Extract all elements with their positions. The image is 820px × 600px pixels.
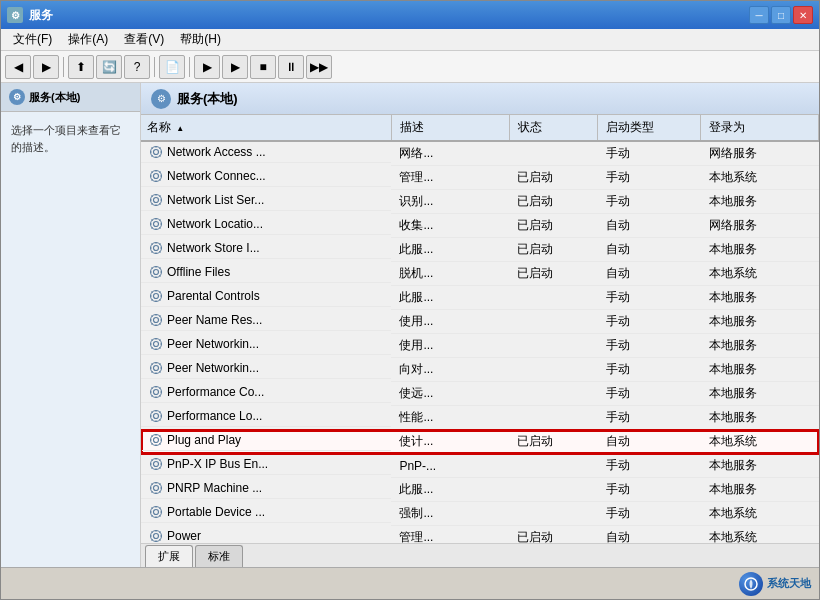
menu-file[interactable]: 文件(F) — [5, 29, 60, 50]
svg-line-16 — [152, 171, 153, 172]
svg-line-139 — [152, 467, 153, 468]
cell-name: Network Locatio... — [141, 214, 391, 235]
svg-line-126 — [152, 435, 153, 436]
separator-3 — [189, 57, 190, 77]
cell-desc: 此服... — [391, 478, 509, 502]
svg-line-17 — [159, 179, 160, 180]
col-header-desc[interactable]: 描述 — [391, 115, 509, 141]
svg-line-68 — [159, 291, 160, 292]
cell-desc: 脱机... — [391, 262, 509, 286]
service-gear-icon — [149, 457, 163, 471]
col-header-name[interactable]: 名称 ▲ — [141, 115, 391, 141]
tab-standard[interactable]: 标准 — [195, 545, 243, 567]
table-row[interactable]: Portable Device ...强制...手动本地系统 — [141, 502, 819, 526]
table-row[interactable]: Peer Networkin...使用...手动本地服务 — [141, 334, 819, 358]
menu-action[interactable]: 操作(A) — [60, 29, 116, 50]
service-name: Network Store I... — [167, 241, 260, 255]
svg-line-109 — [152, 395, 153, 396]
cell-login: 本地服务 — [701, 358, 819, 382]
stop-button[interactable]: ■ — [250, 55, 276, 79]
svg-line-37 — [159, 227, 160, 228]
cell-name: Portable Device ... — [141, 502, 391, 523]
table-row[interactable]: Offline Files脱机...已启动自动本地系统 — [141, 262, 819, 286]
cell-startup: 自动 — [598, 526, 701, 544]
service-gear-icon — [149, 337, 163, 351]
service-name: PNRP Machine ... — [167, 481, 262, 495]
cell-login: 本地服务 — [701, 190, 819, 214]
svg-point-60 — [154, 293, 159, 298]
service-gear-icon — [149, 361, 163, 375]
cell-startup: 手动 — [598, 406, 701, 430]
table-header: 名称 ▲ 描述 状态 启动类型 — [141, 115, 819, 141]
logo-text: 系统天地 — [767, 576, 811, 591]
table-row[interactable]: Peer Networkin...向对...手动本地服务 — [141, 358, 819, 382]
tab-extend[interactable]: 扩展 — [145, 545, 193, 567]
col-header-login[interactable]: 登录为 — [701, 115, 819, 141]
table-row[interactable]: Peer Name Res...使用...手动本地服务 — [141, 310, 819, 334]
svg-line-77 — [159, 323, 160, 324]
svg-line-76 — [152, 315, 153, 316]
cell-login: 本地服务 — [701, 454, 819, 478]
service-name: Network Access ... — [167, 145, 266, 159]
close-button[interactable]: ✕ — [793, 6, 813, 24]
col-header-startup[interactable]: 启动类型 — [598, 115, 701, 141]
help-button[interactable]: ? — [124, 55, 150, 79]
minimize-button[interactable]: ─ — [749, 6, 769, 24]
table-scroll[interactable]: 名称 ▲ 描述 状态 启动类型 — [141, 115, 819, 543]
svg-line-119 — [152, 419, 153, 420]
table-row[interactable]: Plug and Play使计...已启动自动本地系统 — [141, 430, 819, 454]
cell-desc: 收集... — [391, 214, 509, 238]
svg-line-157 — [159, 515, 160, 516]
refresh-button[interactable]: 🔄 — [96, 55, 122, 79]
menu-help[interactable]: 帮助(H) — [172, 29, 229, 50]
svg-line-118 — [159, 411, 160, 412]
cell-status — [509, 141, 597, 166]
table-row[interactable]: Network Connec...管理...已启动手动本地系统 — [141, 166, 819, 190]
table-row[interactable]: Network List Ser...识别...已启动手动本地服务 — [141, 190, 819, 214]
cell-name: Plug and Play — [141, 430, 391, 451]
svg-line-129 — [152, 443, 153, 444]
svg-line-39 — [152, 227, 153, 228]
fastforward-button[interactable]: ▶▶ — [306, 55, 332, 79]
cell-status: 已启动 — [509, 526, 597, 544]
toolbar: ◀ ▶ ⬆ 🔄 ? 📄 ▶ ▶ ■ ⏸ ▶▶ — [1, 51, 819, 83]
table-row[interactable]: Network Store I...此服...已启动自动本地服务 — [141, 238, 819, 262]
play2-button[interactable]: ▶ — [222, 55, 248, 79]
table-row[interactable]: Parental Controls此服...手动本地服务 — [141, 286, 819, 310]
cell-desc: 使用... — [391, 310, 509, 334]
cell-desc: 使用... — [391, 334, 509, 358]
svg-line-166 — [152, 531, 153, 532]
table-row[interactable]: Performance Lo...性能...手动本地服务 — [141, 406, 819, 430]
play-button[interactable]: ▶ — [194, 55, 220, 79]
table-row[interactable]: Network Access ...网络...手动网络服务 — [141, 141, 819, 166]
svg-line-88 — [159, 339, 160, 340]
col-header-status[interactable]: 状态 — [509, 115, 597, 141]
table-row[interactable]: Performance Co...使远...手动本地服务 — [141, 382, 819, 406]
pause-button[interactable]: ⏸ — [278, 55, 304, 79]
forward-button[interactable]: ▶ — [33, 55, 59, 79]
table-row[interactable]: PNRP Machine ...此服...手动本地服务 — [141, 478, 819, 502]
svg-line-106 — [152, 387, 153, 388]
table-row[interactable]: PnP-X IP Bus En...PnP-...手动本地服务 — [141, 454, 819, 478]
svg-line-99 — [152, 371, 153, 372]
cell-startup: 自动 — [598, 214, 701, 238]
cell-login: 本地服务 — [701, 286, 819, 310]
up-button[interactable]: ⬆ — [68, 55, 94, 79]
svg-line-147 — [159, 491, 160, 492]
table-row[interactable]: Power管理...已启动自动本地系统 — [141, 526, 819, 544]
menu-view[interactable]: 查看(V) — [116, 29, 172, 50]
cell-login: 本地服务 — [701, 478, 819, 502]
cell-login: 本地系统 — [701, 526, 819, 544]
svg-point-140 — [154, 485, 159, 490]
svg-line-29 — [152, 203, 153, 204]
svg-line-6 — [152, 148, 153, 149]
service-name: Parental Controls — [167, 289, 260, 303]
cell-name: Network List Ser... — [141, 190, 391, 211]
maximize-button[interactable]: □ — [771, 6, 791, 24]
cell-status — [509, 334, 597, 358]
table-row[interactable]: Network Locatio...收集...已启动自动网络服务 — [141, 214, 819, 238]
svg-line-46 — [152, 243, 153, 244]
cell-login: 网络服务 — [701, 141, 819, 166]
back-button[interactable]: ◀ — [5, 55, 31, 79]
properties-button[interactable]: 📄 — [159, 55, 185, 79]
